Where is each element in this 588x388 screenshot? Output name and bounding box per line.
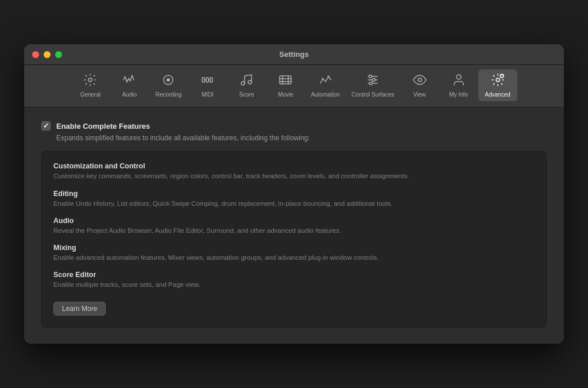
toolbar-label-midi: MIDI — [202, 91, 214, 98]
title-bar: Settings — [24, 44, 564, 65]
toolbar-item-view[interactable]: View — [400, 70, 439, 101]
svg-point-9 — [248, 80, 252, 84]
movie-icon — [278, 73, 292, 89]
svg-point-21 — [373, 79, 376, 82]
svg-point-0 — [88, 78, 92, 82]
toolbar-item-control-surfaces[interactable]: Control Surfaces — [346, 70, 400, 101]
toolbar-item-recording[interactable]: Recording — [149, 70, 188, 101]
toolbar-item-audio[interactable]: Audio — [110, 70, 149, 101]
feature-editing-desc: Enable Undo History, List editors, Quick… — [53, 199, 535, 209]
feature-mixing: Mixing Enable advanced automation featur… — [53, 244, 535, 263]
close-button[interactable] — [32, 51, 39, 58]
feature-score-editor: Score Editor Enable multiple tracks, sco… — [53, 271, 535, 290]
toolbar-item-automation[interactable]: Automation — [305, 70, 346, 101]
gear-icon — [83, 73, 97, 89]
enable-checkbox[interactable]: ✓ — [41, 121, 51, 130]
minimize-button[interactable] — [44, 51, 51, 58]
feature-customization-desc: Customize key commands, screensets, regi… — [53, 171, 535, 181]
feature-customization-title: Customization and Control — [53, 162, 535, 170]
toolbar-label-audio: Audio — [122, 91, 137, 98]
svg-point-23 — [418, 78, 421, 82]
svg-point-2 — [167, 78, 170, 82]
enable-desc: Expands simplified features to include a… — [56, 134, 547, 142]
feature-mixing-desc: Enable advanced automation features, Mix… — [53, 253, 535, 263]
svg-point-22 — [370, 82, 373, 85]
svg-point-16 — [327, 76, 329, 78]
checkmark-icon: ✓ — [43, 122, 49, 130]
settings-window: Settings General Audio — [24, 44, 564, 343]
main-content: ✓ Enable Complete Features Expands simpl… — [24, 107, 564, 343]
view-icon — [413, 73, 427, 89]
svg-rect-10 — [280, 76, 291, 84]
toolbar-label-control-surfaces: Control Surfaces — [351, 91, 394, 98]
feature-mixing-title: Mixing — [53, 244, 535, 252]
svg-point-25 — [496, 78, 500, 82]
audio-icon — [122, 73, 136, 89]
toolbar-item-my-info[interactable]: My Info — [439, 70, 478, 101]
feature-editing-title: Editing — [53, 190, 535, 198]
feature-score-editor-title: Score Editor — [53, 271, 535, 279]
feature-audio: Audio Reveal the Project Audio Browser, … — [53, 217, 535, 236]
midi-icon — [200, 73, 214, 89]
toolbar-item-score[interactable]: Score — [227, 70, 266, 101]
toolbar-label-view: View — [413, 91, 426, 98]
window-title: Settings — [279, 50, 308, 59]
svg-point-8 — [241, 82, 245, 85]
toolbar-label-general: General — [80, 91, 101, 98]
svg-point-20 — [369, 75, 372, 78]
feature-box: Customization and Control Customize key … — [41, 151, 547, 327]
toolbar-item-movie[interactable]: Movie — [266, 70, 305, 101]
feature-score-editor-desc: Enable multiple tracks, score sets, and … — [53, 280, 535, 290]
toolbar-item-advanced[interactable]: Advanced — [478, 70, 517, 101]
maximize-button[interactable] — [55, 51, 62, 58]
feature-audio-title: Audio — [53, 217, 535, 225]
toolbar-label-movie: Movie — [278, 91, 293, 98]
toolbar-item-general[interactable]: General — [71, 70, 110, 101]
svg-point-24 — [457, 75, 461, 79]
toolbar-label-my-info: My Info — [449, 91, 468, 98]
automation-icon — [319, 73, 332, 89]
enable-row: ✓ Enable Complete Features — [41, 121, 547, 130]
feature-editing: Editing Enable Undo History, List editor… — [53, 190, 535, 209]
score-icon — [239, 73, 253, 89]
advanced-gear-icon — [491, 73, 505, 89]
svg-point-15 — [322, 78, 323, 80]
toolbar-item-midi[interactable]: MIDI — [188, 70, 227, 101]
traffic-lights — [32, 51, 62, 58]
sliders-icon — [366, 73, 380, 89]
toolbar-label-automation: Automation — [311, 91, 340, 98]
feature-customization: Customization and Control Customize key … — [53, 162, 535, 181]
enable-title: Enable Complete Features — [56, 122, 150, 130]
toolbar-label-recording: Recording — [156, 91, 182, 98]
toolbar-label-advanced: Advanced — [485, 91, 510, 98]
toolbar-label-score: Score — [239, 91, 254, 98]
feature-audio-desc: Reveal the Project Audio Browser, Audio … — [53, 226, 535, 236]
recording-icon — [161, 73, 175, 89]
learn-more-button[interactable]: Learn More — [53, 302, 106, 316]
person-icon — [452, 73, 466, 89]
toolbar: General Audio Recording — [24, 65, 564, 107]
